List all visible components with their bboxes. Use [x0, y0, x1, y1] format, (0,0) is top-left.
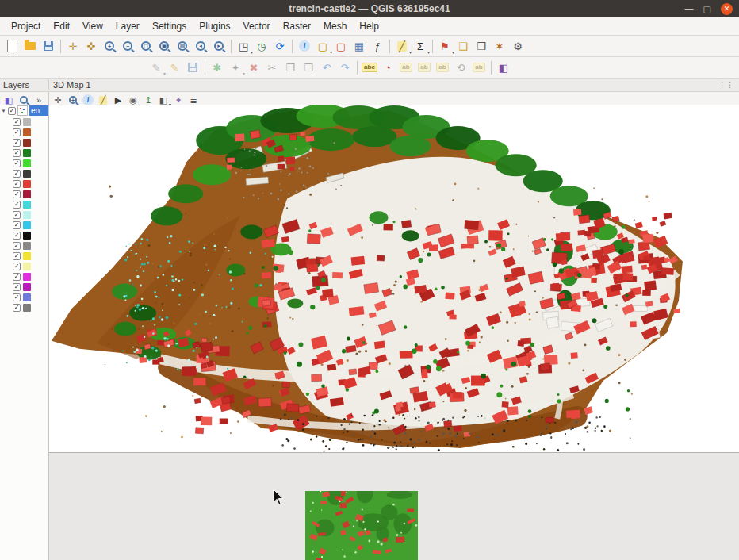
- menu-help[interactable]: Help: [353, 19, 385, 33]
- change-label-icon[interactable]: ab: [470, 59, 488, 76]
- pan-to-selection-icon[interactable]: ✜: [82, 37, 100, 55]
- zoom-to-selection-icon[interactable]: ▣: [155, 37, 173, 55]
- menu-vector[interactable]: Vector: [237, 19, 277, 33]
- cut-features-icon[interactable]: ✂: [263, 59, 281, 76]
- open-attribute-table-icon[interactable]: ▦: [350, 37, 368, 55]
- new-spatial-bookmark-icon[interactable]: ⚑▾: [436, 37, 454, 55]
- zoom-in-icon[interactable]: +: [101, 37, 118, 55]
- toggle-editing-icon[interactable]: ✎: [166, 59, 183, 76]
- layer-checkbox[interactable]: ✓: [8, 107, 16, 115]
- layer-class-checkbox[interactable]: ✓: [13, 221, 21, 229]
- menu-project[interactable]: Project: [5, 19, 47, 33]
- layer-class-checkbox[interactable]: ✓: [13, 201, 21, 209]
- layer-class-checkbox[interactable]: ✓: [13, 252, 21, 260]
- open-project-icon[interactable]: [21, 37, 39, 55]
- pin-labels-icon[interactable]: ab: [397, 59, 415, 76]
- statistical-summary-icon[interactable]: Σ▾: [412, 37, 429, 55]
- vertex-tool-icon[interactable]: ✦▾: [227, 59, 244, 76]
- layout-manager-icon[interactable]: ❒: [473, 37, 490, 55]
- layer-item-root[interactable]: ▾ ✓ en: [0, 105, 48, 117]
- zoom-last-icon[interactable]: ◂: [192, 37, 209, 55]
- layer-name[interactable]: en: [29, 105, 48, 116]
- field-calculator-icon[interactable]: ƒ: [369, 37, 386, 55]
- icon-glyph: ◧: [499, 63, 508, 73]
- select-features-icon[interactable]: ▢▾: [314, 37, 331, 55]
- move-label-icon[interactable]: ab: [434, 59, 451, 76]
- layer-class-checkbox[interactable]: ✓: [13, 159, 21, 167]
- layer-styling-icon[interactable]: ◧: [495, 59, 512, 76]
- rotate-label-icon[interactable]: ⟲: [452, 59, 469, 76]
- layer-class-checkbox[interactable]: ✓: [13, 232, 21, 240]
- undo-icon[interactable]: ↶: [318, 59, 335, 76]
- layer-class-checkbox[interactable]: ✓: [13, 283, 21, 291]
- icon-glyph: [20, 96, 28, 104]
- maximize-button[interactable]: ▢: [703, 5, 711, 13]
- panel-grip-icon[interactable]: ⋮⋮: [718, 81, 734, 89]
- measure-line-icon[interactable]: ╱▾: [393, 37, 411, 55]
- layer-class-checkbox[interactable]: ✓: [13, 128, 21, 136]
- minimize-button[interactable]: —: [685, 5, 694, 13]
- pan-map-icon[interactable]: ✛: [64, 37, 82, 55]
- icon-glyph: ✶: [496, 41, 504, 52]
- temporal-controller-icon[interactable]: ◷: [253, 37, 270, 55]
- zoom-next-icon[interactable]: ▸: [210, 37, 228, 55]
- redo-icon[interactable]: ↷: [336, 59, 354, 76]
- identify-features-icon[interactable]: i: [296, 37, 313, 55]
- titlebar[interactable]: trencin-castle2 — QGIS 636195ec41 — ▢ ✕: [0, 0, 739, 17]
- expander-icon[interactable]: ▾: [1, 108, 6, 114]
- close-button[interactable]: ✕: [721, 3, 733, 15]
- add-feature-icon[interactable]: ✱: [209, 59, 226, 76]
- save-project-icon[interactable]: [40, 37, 57, 55]
- processing-toolbox-icon[interactable]: ⚙: [509, 37, 526, 55]
- show-map-tips-icon[interactable]: ❑: [454, 37, 472, 55]
- layer-class-checkbox[interactable]: ✓: [13, 273, 21, 281]
- menu-plugins[interactable]: Plugins: [193, 19, 236, 33]
- new-project-icon[interactable]: [3, 37, 21, 55]
- layer-class-checkbox[interactable]: ✓: [13, 170, 21, 178]
- zoom-to-layer-icon[interactable]: ▤: [174, 37, 191, 55]
- icon-glyph: ↷: [341, 63, 350, 73]
- icon-glyph: ◧: [159, 96, 167, 105]
- layer-class-checkbox[interactable]: ✓: [13, 263, 21, 270]
- delete-selected-icon[interactable]: ✖: [245, 59, 262, 76]
- highlight-pinned-labels-icon[interactable]: ab: [415, 59, 433, 76]
- window-title: trencin-castle2 — QGIS 636195ec41: [289, 3, 450, 14]
- deselect-features-icon[interactable]: ▢: [332, 37, 350, 55]
- copy-features-icon[interactable]: ❐: [281, 59, 299, 76]
- new-3d-map-view-icon[interactable]: ◳▾: [235, 37, 252, 55]
- icon-glyph: ƒ: [374, 41, 380, 52]
- layer-labeling-icon[interactable]: abc: [361, 59, 378, 76]
- style-manager-icon[interactable]: ✶: [491, 37, 508, 55]
- layer-diagram-icon[interactable]: ◔: [379, 59, 396, 76]
- layer-class-color-chip: [23, 201, 31, 209]
- menu-settings[interactable]: Settings: [146, 19, 193, 33]
- layer-class-checkbox[interactable]: ✓: [13, 149, 21, 157]
- menu-raster[interactable]: Raster: [277, 19, 317, 33]
- 3d-map-canvas[interactable]: [49, 105, 739, 453]
- menu-view[interactable]: View: [76, 19, 109, 33]
- layer-class-checkbox[interactable]: ✓: [13, 304, 21, 312]
- layer-class-color-chip: [23, 139, 31, 147]
- layer-class-checkbox[interactable]: ✓: [13, 180, 21, 188]
- layer-class-item: ✓: [0, 230, 48, 240]
- paste-features-icon[interactable]: ❒: [300, 59, 317, 76]
- layer-class-checkbox[interactable]: ✓: [13, 211, 21, 219]
- layer-class-checkbox[interactable]: ✓: [13, 118, 21, 126]
- layer-class-checkbox[interactable]: ✓: [13, 293, 21, 301]
- menu-layer[interactable]: Layer: [109, 19, 146, 33]
- icon-glyph: ⟳: [276, 41, 285, 52]
- refresh-map-icon[interactable]: ⟳: [271, 37, 289, 55]
- zoom-full-extent-icon[interactable]: ◻: [137, 37, 155, 55]
- layer-class-checkbox[interactable]: ✓: [13, 190, 21, 198]
- zoom-out-icon[interactable]: −: [119, 37, 136, 55]
- layer-class-checkbox[interactable]: ✓: [13, 242, 21, 250]
- layer-class-checkbox[interactable]: ✓: [13, 139, 21, 147]
- icon-glyph: ◧: [5, 96, 13, 105]
- menu-edit[interactable]: Edit: [47, 19, 76, 33]
- menu-mesh[interactable]: Mesh: [317, 19, 353, 33]
- current-edits-icon[interactable]: ✎▾: [147, 59, 165, 76]
- 2d-map-canvas[interactable]: [49, 453, 739, 560]
- layer-class-item: ✓: [0, 209, 48, 220]
- icon-glyph: [7, 40, 17, 52]
- save-layer-edits-icon[interactable]: [184, 59, 201, 76]
